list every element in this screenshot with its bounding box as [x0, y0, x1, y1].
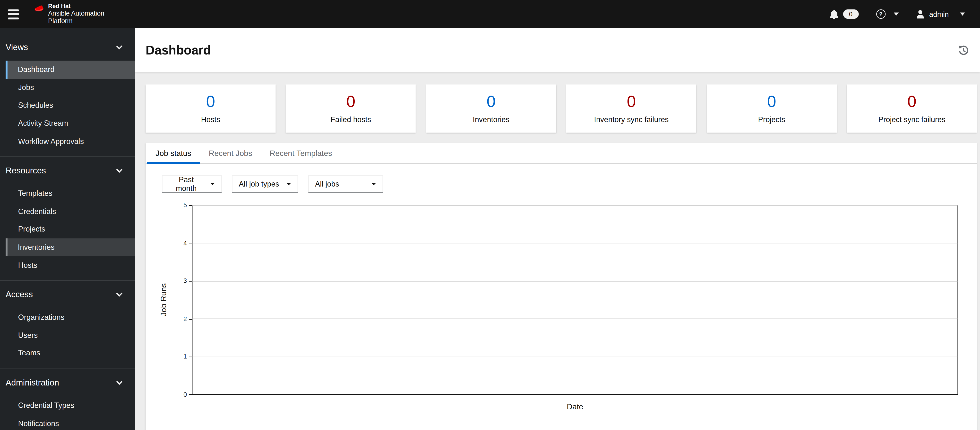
y-tick-mark [189, 394, 192, 395]
y-tick-mark [189, 356, 192, 357]
sidebar-item-activity-stream[interactable]: Activity Stream [6, 114, 135, 132]
stat-label: Project sync failures [878, 115, 945, 124]
sidebar-item-dashboard[interactable]: Dashboard [6, 61, 135, 79]
job-filter-select[interactable]: All jobs [308, 175, 383, 193]
sidebar-item-hosts[interactable]: Hosts [6, 256, 135, 274]
y-tick-mark [189, 205, 192, 206]
period-select-value: Past month [169, 175, 204, 193]
username: admin [929, 10, 949, 18]
y-tick-label: 0 [146, 391, 187, 398]
masthead: Red Hat Ansible Automation Platform 0 ? [0, 0, 980, 28]
history-button[interactable] [958, 45, 969, 56]
sidebar-item-templates[interactable]: Templates [6, 185, 135, 203]
gridline [192, 356, 958, 357]
nav-section-label: Resources [6, 166, 46, 176]
y-axis-title: Job Runs [159, 283, 168, 316]
page-title: Dashboard [146, 43, 211, 57]
hamburger-menu-button[interactable] [6, 7, 21, 21]
sidebar-item-notifications[interactable]: Notifications [6, 414, 135, 430]
stat-cards-row: 0 Hosts 0 Failed hosts 0 Inventories 0 I… [146, 85, 977, 133]
stat-value: 0 [347, 93, 355, 109]
chevron-down-icon [286, 183, 291, 185]
sidebar-item-credential-types[interactable]: Credential Types [6, 396, 135, 414]
notification-count-badge[interactable]: 0 [843, 10, 859, 19]
nav-divider [0, 368, 135, 369]
bell-icon [829, 9, 838, 19]
gridline [192, 243, 958, 244]
nav-section-toggle-administration[interactable]: Administration [0, 375, 135, 390]
job-type-select[interactable]: All job types [232, 175, 298, 193]
y-tick-label: 1 [146, 353, 187, 360]
sidebar-item-organizations[interactable]: Organizations [6, 309, 135, 326]
redhat-brand: Red Hat Ansible Automation Platform [34, 3, 104, 25]
stat-card-project-sync-failures[interactable]: 0 Project sync failures [847, 85, 977, 133]
nav-section-toggle-resources[interactable]: Resources [0, 163, 135, 178]
chevron-down-icon [371, 183, 376, 185]
chart-filters: Past month All job types All jobs [146, 164, 977, 193]
stat-label: Inventory sync failures [594, 115, 668, 124]
sidebar-item-projects[interactable]: Projects [6, 221, 135, 238]
stat-value: 0 [206, 93, 215, 109]
tab-bar: Job status Recent Jobs Recent Templates [146, 143, 977, 164]
sidebar-item-workflow-approvals[interactable]: Workflow Approvals [6, 132, 135, 150]
app-root: Red Hat Ansible Automation Platform 0 ? [0, 0, 980, 430]
nav-divider [0, 157, 135, 157]
stat-value: 0 [767, 93, 776, 109]
y-tick-label: 5 [146, 201, 187, 208]
brand-text: Red Hat Ansible Automation Platform [48, 3, 104, 25]
nav-section-label: Administration [6, 378, 59, 387]
stat-label: Projects [758, 115, 786, 124]
chevron-down-icon [116, 167, 122, 173]
chart-plot-area [192, 205, 958, 395]
x-axis-title: Date [192, 402, 958, 411]
y-tick-label: 3 [146, 277, 187, 284]
masthead-toolbar: 0 ? admin [829, 9, 965, 19]
page-header: Dashboard [135, 28, 980, 72]
nav-section-toggle-views[interactable]: Views [0, 39, 135, 54]
chevron-down-icon [960, 13, 965, 16]
stat-card-inventory-sync-failures[interactable]: 0 Inventory sync failures [566, 85, 697, 133]
period-select[interactable]: Past month [162, 175, 222, 193]
y-tick-mark [189, 281, 192, 281]
y-tick-mark [189, 319, 192, 320]
nav-section-access: Access Organizations Users Teams [0, 287, 135, 362]
tab-recent-jobs[interactable]: Recent Jobs [200, 143, 261, 163]
brand-product-line1: Ansible Automation [48, 10, 104, 18]
y-tick-label: 4 [146, 240, 187, 246]
hamburger-icon [8, 9, 19, 11]
sidebar-item-users[interactable]: Users [6, 326, 135, 344]
gridline [192, 281, 958, 281]
nav-section-label: Views [6, 42, 28, 52]
sidebar-item-schedules[interactable]: Schedules [6, 97, 135, 115]
tab-job-status[interactable]: Job status [147, 143, 200, 163]
user-icon [916, 10, 924, 19]
nav-section-toggle-access[interactable]: Access [0, 287, 135, 302]
stat-label: Hosts [201, 115, 220, 124]
chevron-down-icon [210, 183, 215, 185]
tab-recent-templates[interactable]: Recent Templates [261, 143, 341, 163]
nav-section-resources: Resources Templates Credentials Projects… [0, 163, 135, 274]
question-glyph: ? [879, 11, 883, 18]
sidebar-item-jobs[interactable]: Jobs [6, 78, 135, 97]
stat-card-failed-hosts[interactable]: 0 Failed hosts [286, 85, 416, 133]
user-menu-button[interactable]: admin [916, 10, 965, 19]
sidebar-item-teams[interactable]: Teams [6, 344, 135, 362]
nav-divider [0, 280, 135, 281]
stat-card-projects[interactable]: 0 Projects [707, 85, 837, 133]
notifications-button[interactable] [829, 9, 838, 19]
sidebar-item-credentials[interactable]: Credentials [6, 202, 135, 221]
sidebar-item-inventories[interactable]: Inventories [6, 238, 135, 256]
chevron-down-icon [116, 379, 122, 385]
stat-card-inventories[interactable]: 0 Inventories [426, 85, 556, 133]
nav-section-label: Access [6, 290, 33, 299]
brand-product-line2: Platform [48, 18, 104, 25]
history-icon [958, 45, 969, 56]
stat-value: 0 [627, 93, 636, 109]
stat-value: 0 [907, 93, 916, 109]
nav-section-views: Views Dashboard Jobs Schedules Activity … [0, 39, 135, 150]
chevron-down-icon [894, 13, 899, 16]
help-menu-button[interactable]: ? [876, 10, 899, 19]
job-type-select-value: All job types [239, 179, 279, 188]
y-tick-label: 2 [146, 315, 187, 322]
stat-card-hosts[interactable]: 0 Hosts [146, 85, 275, 133]
